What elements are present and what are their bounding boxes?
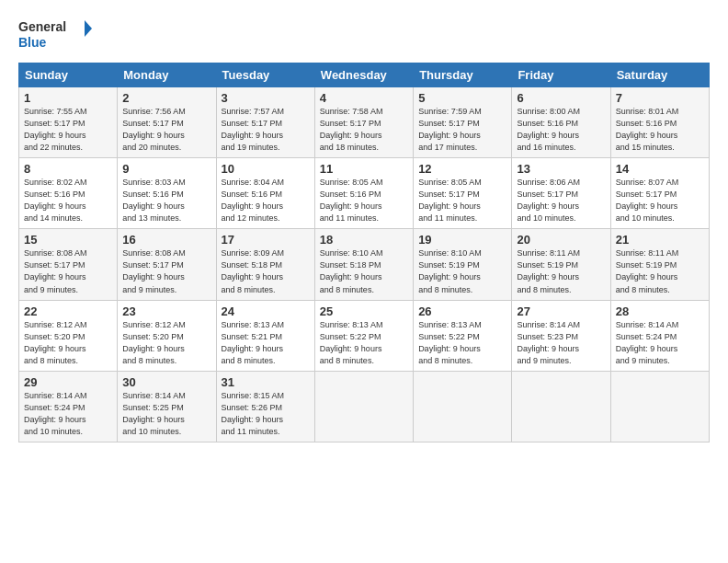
- cell-week4-day2: 24Sunrise: 8:13 AM Sunset: 5:21 PM Dayli…: [216, 300, 314, 371]
- day-number: 22: [24, 304, 112, 318]
- header-friday: Friday: [512, 63, 610, 87]
- svg-text:Blue: Blue: [18, 35, 47, 50]
- day-info: Sunrise: 8:09 AM Sunset: 5:18 PM Dayligh…: [222, 247, 310, 295]
- day-info: Sunrise: 7:55 AM Sunset: 5:17 PM Dayligh…: [24, 106, 112, 154]
- header-sunday: Sunday: [19, 63, 118, 87]
- header-thursday: Thursday: [414, 63, 512, 87]
- cell-week1-day2: 3Sunrise: 7:57 AM Sunset: 5:17 PM Daylig…: [216, 87, 314, 158]
- day-number: 4: [320, 91, 408, 105]
- day-number: 2: [122, 91, 210, 105]
- day-info: Sunrise: 8:07 AM Sunset: 5:17 PM Dayligh…: [616, 177, 704, 224]
- cell-week5-day6: [610, 371, 709, 442]
- day-number: 17: [222, 233, 310, 247]
- cell-week3-day3: 18Sunrise: 8:10 AM Sunset: 5:18 PM Dayli…: [314, 229, 413, 300]
- day-info: Sunrise: 8:08 AM Sunset: 5:17 PM Dayligh…: [122, 247, 210, 295]
- cell-week1-day3: 4Sunrise: 7:58 AM Sunset: 5:17 PM Daylig…: [314, 87, 413, 158]
- cell-week5-day2: 31Sunrise: 8:15 AM Sunset: 5:26 PM Dayli…: [216, 371, 314, 442]
- cell-week1-day5: 6Sunrise: 8:00 AM Sunset: 5:16 PM Daylig…: [512, 87, 610, 158]
- calendar-page: General Blue SundayMondayTuesdayWednesda…: [0, 0, 728, 563]
- cell-week2-day2: 10Sunrise: 8:04 AM Sunset: 5:16 PM Dayli…: [216, 158, 314, 229]
- day-info: Sunrise: 8:13 AM Sunset: 5:22 PM Dayligh…: [320, 319, 408, 367]
- day-info: Sunrise: 7:56 AM Sunset: 5:17 PM Dayligh…: [122, 106, 210, 154]
- cell-week1-day4: 5Sunrise: 7:59 AM Sunset: 5:17 PM Daylig…: [414, 87, 512, 158]
- day-number: 12: [418, 162, 506, 176]
- cell-week5-day0: 29Sunrise: 8:14 AM Sunset: 5:24 PM Dayli…: [19, 371, 118, 442]
- day-info: Sunrise: 8:11 AM Sunset: 5:19 PM Dayligh…: [517, 247, 605, 295]
- day-number: 3: [222, 91, 310, 105]
- cell-week2-day5: 13Sunrise: 8:06 AM Sunset: 5:17 PM Dayli…: [512, 158, 610, 229]
- cell-week3-day5: 20Sunrise: 8:11 AM Sunset: 5:19 PM Dayli…: [512, 229, 610, 300]
- header: General Blue: [18, 17, 710, 53]
- day-number: 20: [517, 233, 605, 247]
- day-info: Sunrise: 8:06 AM Sunset: 5:17 PM Dayligh…: [517, 177, 605, 224]
- logo-svg: General Blue: [18, 17, 92, 53]
- day-number: 18: [320, 233, 408, 247]
- day-number: 28: [616, 304, 704, 318]
- day-info: Sunrise: 8:08 AM Sunset: 5:17 PM Dayligh…: [24, 247, 112, 295]
- day-info: Sunrise: 7:58 AM Sunset: 5:17 PM Dayligh…: [320, 106, 408, 154]
- day-number: 24: [222, 304, 310, 318]
- cell-week4-day5: 27Sunrise: 8:14 AM Sunset: 5:23 PM Dayli…: [512, 300, 610, 371]
- day-info: Sunrise: 8:04 AM Sunset: 5:16 PM Dayligh…: [222, 177, 310, 224]
- day-info: Sunrise: 8:15 AM Sunset: 5:26 PM Dayligh…: [222, 390, 310, 438]
- day-info: Sunrise: 8:12 AM Sunset: 5:20 PM Dayligh…: [122, 319, 210, 367]
- day-number: 13: [517, 162, 605, 176]
- day-number: 8: [24, 162, 112, 176]
- cell-week3-day6: 21Sunrise: 8:11 AM Sunset: 5:19 PM Dayli…: [610, 229, 709, 300]
- day-number: 16: [122, 233, 210, 247]
- cell-week2-day0: 8Sunrise: 8:02 AM Sunset: 5:16 PM Daylig…: [19, 158, 118, 229]
- day-number: 6: [517, 91, 605, 105]
- cell-week2-day6: 14Sunrise: 8:07 AM Sunset: 5:17 PM Dayli…: [610, 158, 709, 229]
- day-info: Sunrise: 8:05 AM Sunset: 5:16 PM Dayligh…: [320, 177, 408, 224]
- day-info: Sunrise: 8:14 AM Sunset: 5:24 PM Dayligh…: [24, 390, 112, 438]
- cell-week4-day4: 26Sunrise: 8:13 AM Sunset: 5:22 PM Dayli…: [414, 300, 512, 371]
- cell-week5-day3: [314, 371, 413, 442]
- day-number: 23: [122, 304, 210, 318]
- cell-week4-day6: 28Sunrise: 8:14 AM Sunset: 5:24 PM Dayli…: [610, 300, 709, 371]
- day-number: 7: [616, 91, 704, 105]
- day-info: Sunrise: 8:01 AM Sunset: 5:16 PM Dayligh…: [616, 106, 704, 154]
- day-number: 11: [320, 162, 408, 176]
- day-info: Sunrise: 8:14 AM Sunset: 5:25 PM Dayligh…: [122, 390, 210, 438]
- cell-week5-day5: [512, 371, 610, 442]
- day-info: Sunrise: 8:14 AM Sunset: 5:24 PM Dayligh…: [616, 319, 704, 367]
- cell-week3-day4: 19Sunrise: 8:10 AM Sunset: 5:19 PM Dayli…: [414, 229, 512, 300]
- cell-week1-day0: 1Sunrise: 7:55 AM Sunset: 5:17 PM Daylig…: [19, 87, 118, 158]
- logo: General Blue: [18, 17, 92, 53]
- day-number: 30: [122, 375, 210, 389]
- day-info: Sunrise: 8:03 AM Sunset: 5:16 PM Dayligh…: [122, 177, 210, 224]
- day-number: 27: [517, 304, 605, 318]
- day-number: 31: [222, 375, 310, 389]
- day-number: 26: [418, 304, 506, 318]
- cell-week2-day1: 9Sunrise: 8:03 AM Sunset: 5:16 PM Daylig…: [118, 158, 216, 229]
- day-info: Sunrise: 8:14 AM Sunset: 5:23 PM Dayligh…: [517, 319, 605, 367]
- header-monday: Monday: [118, 63, 216, 87]
- cell-week4-day1: 23Sunrise: 8:12 AM Sunset: 5:20 PM Dayli…: [118, 300, 216, 371]
- day-info: Sunrise: 8:10 AM Sunset: 5:19 PM Dayligh…: [418, 247, 506, 295]
- cell-week5-day1: 30Sunrise: 8:14 AM Sunset: 5:25 PM Dayli…: [118, 371, 216, 442]
- header-saturday: Saturday: [610, 63, 709, 87]
- day-info: Sunrise: 8:13 AM Sunset: 5:22 PM Dayligh…: [418, 319, 506, 367]
- day-info: Sunrise: 8:00 AM Sunset: 5:16 PM Dayligh…: [517, 106, 605, 154]
- day-number: 29: [24, 375, 112, 389]
- header-wednesday: Wednesday: [314, 63, 413, 87]
- day-info: Sunrise: 7:57 AM Sunset: 5:17 PM Dayligh…: [222, 106, 310, 154]
- cell-week1-day1: 2Sunrise: 7:56 AM Sunset: 5:17 PM Daylig…: [118, 87, 216, 158]
- day-number: 14: [616, 162, 704, 176]
- cell-week1-day6: 7Sunrise: 8:01 AM Sunset: 5:16 PM Daylig…: [610, 87, 709, 158]
- cell-week4-day3: 25Sunrise: 8:13 AM Sunset: 5:22 PM Dayli…: [314, 300, 413, 371]
- day-number: 5: [418, 91, 506, 105]
- day-number: 1: [24, 91, 112, 105]
- day-info: Sunrise: 7:59 AM Sunset: 5:17 PM Dayligh…: [418, 106, 506, 154]
- cell-week2-day3: 11Sunrise: 8:05 AM Sunset: 5:16 PM Dayli…: [314, 158, 413, 229]
- cell-week2-day4: 12Sunrise: 8:05 AM Sunset: 5:17 PM Dayli…: [414, 158, 512, 229]
- day-number: 10: [222, 162, 310, 176]
- day-info: Sunrise: 8:12 AM Sunset: 5:20 PM Dayligh…: [24, 319, 112, 367]
- cell-week5-day4: [414, 371, 512, 442]
- day-info: Sunrise: 8:02 AM Sunset: 5:16 PM Dayligh…: [24, 177, 112, 224]
- day-number: 19: [418, 233, 506, 247]
- svg-marker-2: [85, 20, 92, 37]
- day-info: Sunrise: 8:10 AM Sunset: 5:18 PM Dayligh…: [320, 247, 408, 295]
- day-number: 15: [24, 233, 112, 247]
- calendar-table: SundayMondayTuesdayWednesdayThursdayFrid…: [18, 63, 710, 442]
